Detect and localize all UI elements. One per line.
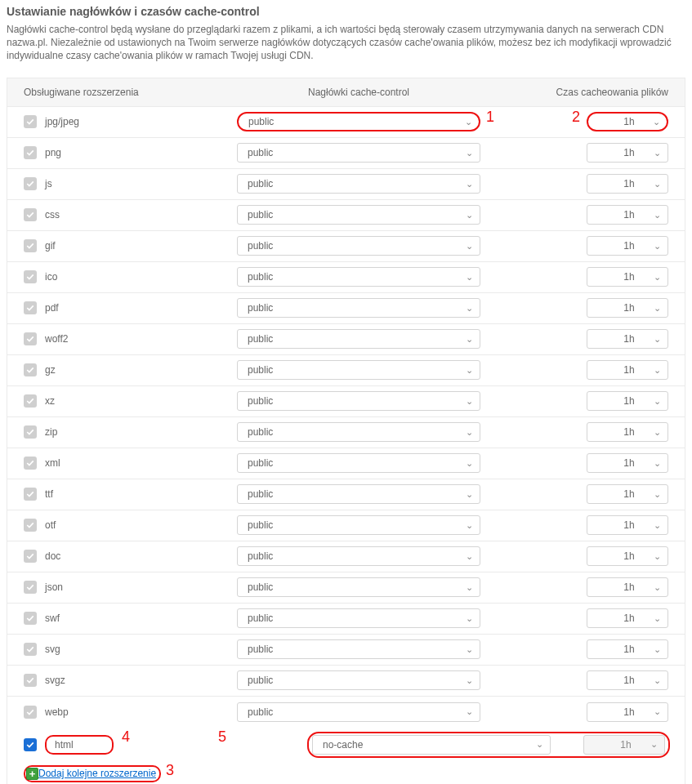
checkbox[interactable] xyxy=(24,581,37,594)
checkbox[interactable] xyxy=(24,612,37,625)
header-select[interactable]: public⌄ xyxy=(237,422,480,442)
extension-label: doc xyxy=(45,550,60,562)
checkbox[interactable] xyxy=(24,239,37,252)
checkbox[interactable] xyxy=(24,457,37,470)
chevron-down-icon: ⌄ xyxy=(466,613,473,624)
header-select[interactable]: public⌄ xyxy=(237,174,480,194)
time-select-value: 1h xyxy=(623,457,634,469)
checkbox[interactable] xyxy=(24,146,37,159)
checkbox[interactable] xyxy=(24,674,37,687)
checkbox[interactable] xyxy=(24,519,37,532)
checkbox[interactable] xyxy=(24,301,37,314)
header-select[interactable]: public⌄ xyxy=(237,670,480,690)
annotation-4: 4 xyxy=(122,728,130,746)
header-select[interactable]: public⌄ xyxy=(237,360,480,380)
checkbox[interactable] xyxy=(24,115,37,128)
header-select-value: public xyxy=(248,426,273,438)
checkbox[interactable] xyxy=(24,738,37,751)
plus-icon[interactable]: + xyxy=(26,768,38,780)
extension-label: js xyxy=(45,178,52,189)
time-select[interactable]: 1h⌄ xyxy=(587,298,668,318)
time-select[interactable]: 1h⌄ xyxy=(587,360,668,380)
table-row: xmlpublic⌄1h⌄ xyxy=(7,448,685,479)
time-select-value: 1h xyxy=(623,706,634,718)
extension-label: woff2 xyxy=(45,333,68,345)
time-select[interactable]: 1h⌄ xyxy=(587,205,668,225)
time-select-value: 1h xyxy=(623,581,634,593)
time-select[interactable]: 1h ⌄ xyxy=(583,735,665,755)
checkbox[interactable] xyxy=(24,643,37,656)
header-select[interactable]: public⌄ xyxy=(237,453,480,473)
time-select[interactable]: 1h⌄ xyxy=(587,453,668,473)
time-select-value: 1h xyxy=(623,395,634,407)
header-select[interactable]: public⌄ xyxy=(237,639,480,659)
header-select[interactable]: public⌄ xyxy=(237,484,480,504)
time-select[interactable]: 1h⌄ xyxy=(587,329,668,349)
header-select-value: public xyxy=(248,364,273,376)
chevron-down-icon: ⌄ xyxy=(466,396,473,407)
time-select-value: 1h xyxy=(623,240,634,252)
extension-label: pdf xyxy=(45,302,59,314)
header-select[interactable]: public⌄ xyxy=(237,298,480,318)
header-select[interactable]: public⌄ xyxy=(237,143,480,163)
chevron-down-icon: ⌄ xyxy=(650,739,658,750)
header-select[interactable]: public⌄ xyxy=(237,515,480,535)
chevron-down-icon: ⌄ xyxy=(654,582,661,593)
time-select[interactable]: 1h⌄ xyxy=(587,515,668,535)
time-select-value: 1h xyxy=(623,116,634,127)
header-select-value: public xyxy=(248,550,273,562)
header-select[interactable]: public⌄ xyxy=(237,267,480,287)
extension-label: xml xyxy=(45,457,60,469)
time-select[interactable]: 1h⌄ xyxy=(587,174,668,194)
header-select[interactable]: public⌄ xyxy=(237,546,480,566)
header-select[interactable]: no-cache ⌄ xyxy=(312,735,551,755)
extension-input[interactable] xyxy=(45,735,114,755)
checkbox[interactable] xyxy=(24,332,37,345)
header-select-value: public xyxy=(248,302,273,314)
header-select[interactable]: public⌄ xyxy=(237,329,480,349)
time-select[interactable]: 1h⌄ xyxy=(587,391,668,411)
time-select[interactable]: 1h⌄ xyxy=(587,143,668,163)
annotation-5: 5 xyxy=(218,728,226,746)
checkbox[interactable] xyxy=(24,706,37,719)
annotation-3: 3 xyxy=(166,762,174,779)
time-select[interactable]: 1h⌄ xyxy=(587,670,668,690)
table-row: icopublic⌄1h⌄ xyxy=(7,262,685,293)
checkbox[interactable] xyxy=(24,363,37,376)
time-select[interactable]: 1h⌄ xyxy=(587,484,668,504)
time-select[interactable]: 1h⌄ xyxy=(587,639,668,659)
time-select[interactable]: 1h⌄ xyxy=(587,267,668,287)
header-select[interactable]: public⌄ xyxy=(237,112,480,131)
checkbox[interactable] xyxy=(24,550,37,563)
time-select-value: 1h xyxy=(623,209,634,220)
checkbox[interactable] xyxy=(24,177,37,190)
extension-label: ttf xyxy=(45,488,53,500)
time-select[interactable]: 1h⌄ xyxy=(587,422,668,442)
header-select[interactable]: public⌄ xyxy=(237,205,480,225)
time-select[interactable]: 1h⌄ xyxy=(587,236,668,256)
header-select[interactable]: public⌄ xyxy=(237,702,480,722)
chevron-down-icon: ⌄ xyxy=(654,551,661,562)
header-select-value: public xyxy=(248,612,273,624)
chevron-down-icon: ⌄ xyxy=(466,334,473,345)
header-select[interactable]: public⌄ xyxy=(237,577,480,597)
col-header-header: Nagłówki cache-control xyxy=(236,87,481,98)
add-extension-link[interactable]: Dodaj kolejne rozszerzenie xyxy=(38,768,156,779)
header-select[interactable]: public⌄ xyxy=(237,391,480,411)
header-select[interactable]: public⌄ xyxy=(237,236,480,256)
checkbox[interactable] xyxy=(24,394,37,408)
chevron-down-icon: ⌄ xyxy=(654,396,661,407)
checkbox[interactable] xyxy=(24,488,37,501)
checkbox[interactable] xyxy=(24,270,37,283)
time-select[interactable]: 1h⌄ xyxy=(587,702,668,722)
checkbox[interactable] xyxy=(24,425,37,439)
table-row: svgzpublic⌄1h⌄ xyxy=(7,666,685,697)
time-select-value: 1h xyxy=(623,426,634,438)
checkbox[interactable] xyxy=(24,208,37,221)
time-select[interactable]: 1h⌄ xyxy=(587,577,668,597)
chevron-down-icon: ⌄ xyxy=(654,210,661,220)
header-select[interactable]: public⌄ xyxy=(237,608,480,628)
time-select[interactable]: 1h⌄ xyxy=(587,546,668,566)
time-select[interactable]: 1h⌄ xyxy=(587,112,668,131)
time-select[interactable]: 1h⌄ xyxy=(587,608,668,628)
